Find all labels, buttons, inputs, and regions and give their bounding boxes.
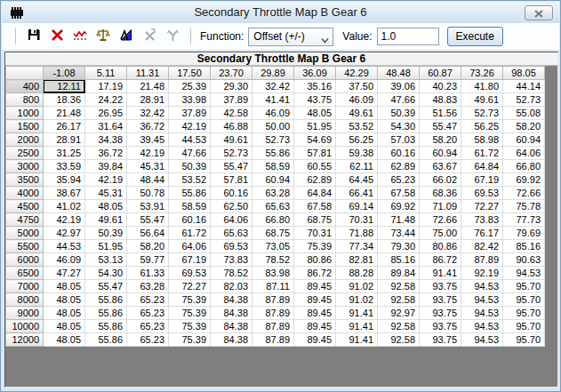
map-cell[interactable]: 44.53 xyxy=(169,133,211,147)
map-cell[interactable]: 66.41 xyxy=(336,187,378,200)
map-cell[interactable]: 55.86 xyxy=(85,307,127,320)
map-cell[interactable]: 51.95 xyxy=(85,240,127,253)
map-cell[interactable]: 48.05 xyxy=(44,307,85,320)
map-cell[interactable]: 86.72 xyxy=(420,253,461,267)
map-cell[interactable]: 56.64 xyxy=(127,227,169,240)
map-cell[interactable]: 71.09 xyxy=(420,200,461,213)
map-cell[interactable]: 32.42 xyxy=(252,80,294,93)
map-cell[interactable]: 47.66 xyxy=(169,147,211,160)
map-row-header[interactable]: 7000 xyxy=(6,280,44,293)
map-col-header[interactable]: -1.08 xyxy=(44,67,85,80)
map-row-header[interactable]: 3500 xyxy=(6,173,44,187)
map-cell[interactable]: 84.38 xyxy=(211,293,252,307)
map-cell[interactable]: 58.20 xyxy=(503,120,545,133)
map-cell[interactable]: 31.64 xyxy=(85,120,127,133)
map-cell[interactable]: 26.17 xyxy=(44,120,85,133)
map-row-header[interactable]: 800 xyxy=(6,93,44,107)
map-cell[interactable]: 65.23 xyxy=(378,173,420,187)
map-cell[interactable]: 92.58 xyxy=(378,293,420,307)
map-row-header[interactable]: 9000 xyxy=(6,307,44,320)
map-cell[interactable]: 52.73 xyxy=(252,133,294,147)
map-cell[interactable]: 95.70 xyxy=(503,333,545,347)
map-cell[interactable]: 55.86 xyxy=(169,187,211,200)
map-cell[interactable]: 86.72 xyxy=(294,267,336,280)
map-cell[interactable]: 26.95 xyxy=(85,107,127,120)
map-cell[interactable]: 87.89 xyxy=(252,333,294,347)
map-cell[interactable]: 77.73 xyxy=(503,213,545,227)
map-cell[interactable]: 60.94 xyxy=(503,133,545,147)
map-cell[interactable]: 46.09 xyxy=(252,107,294,120)
map-cell[interactable]: 60.16 xyxy=(211,187,252,200)
map-cell[interactable]: 54.30 xyxy=(378,120,420,133)
map-cell[interactable]: 58.98 xyxy=(461,133,503,147)
map-cell[interactable]: 67.58 xyxy=(378,187,420,200)
map-cell[interactable]: 51.95 xyxy=(294,120,336,133)
map-cell[interactable]: 49.61 xyxy=(336,107,378,120)
map-cell[interactable]: 61.72 xyxy=(461,147,503,160)
map-cell[interactable]: 50.00 xyxy=(252,120,294,133)
map-cell[interactable]: 64.06 xyxy=(211,213,252,227)
map-cell[interactable]: 44.14 xyxy=(503,80,545,93)
map-cell[interactable]: 91.02 xyxy=(336,280,378,293)
map-cell[interactable]: 33.59 xyxy=(44,160,85,173)
map-cell[interactable]: 53.52 xyxy=(169,173,211,187)
map-cell[interactable]: 62.89 xyxy=(294,173,336,187)
map-cell[interactable]: 89.84 xyxy=(378,267,420,280)
map-cell[interactable]: 75.00 xyxy=(420,227,461,240)
map-cell[interactable]: 48.05 xyxy=(44,320,85,333)
map-row-header[interactable]: 3000 xyxy=(6,160,44,173)
map-cell[interactable]: 92.19 xyxy=(461,267,503,280)
x-axis-button[interactable] xyxy=(140,27,159,46)
map-cell[interactable]: 46.88 xyxy=(211,120,252,133)
map-cell[interactable]: 51.56 xyxy=(420,107,461,120)
map-cell[interactable]: 29.30 xyxy=(211,80,252,93)
map-col-header[interactable]: 73.26 xyxy=(461,67,503,80)
map-cell[interactable]: 35.94 xyxy=(44,173,85,187)
map-cell[interactable]: 69.53 xyxy=(211,240,252,253)
map-row-header[interactable]: 1000 xyxy=(6,107,44,120)
map-cell[interactable]: 55.86 xyxy=(85,333,127,347)
map-cell[interactable]: 90.63 xyxy=(503,253,545,267)
map-cell[interactable]: 41.02 xyxy=(44,200,85,213)
map-cell[interactable]: 65.23 xyxy=(127,320,169,333)
map-cell[interactable]: 67.19 xyxy=(461,173,503,187)
map-row-header[interactable]: 8000 xyxy=(6,293,44,307)
map-cell[interactable]: 92.58 xyxy=(378,320,420,333)
map-row-header[interactable]: 400 xyxy=(6,80,44,93)
map-cell[interactable]: 46.09 xyxy=(336,93,378,107)
map-cell[interactable]: 55.47 xyxy=(420,120,461,133)
map-cell[interactable]: 68.36 xyxy=(420,187,461,200)
map-cell[interactable]: 42.19 xyxy=(44,213,85,227)
map-col-header[interactable]: 36.09 xyxy=(294,67,336,80)
map-cell[interactable]: 57.03 xyxy=(378,133,420,147)
map-cell[interactable]: 64.45 xyxy=(336,173,378,187)
map-cell[interactable]: 65.23 xyxy=(127,293,169,307)
map-cell[interactable]: 70.31 xyxy=(336,213,378,227)
map-cell[interactable]: 69.92 xyxy=(378,200,420,213)
map-cell[interactable]: 94.53 xyxy=(461,280,503,293)
map-cell[interactable]: 58.20 xyxy=(420,133,461,147)
map-cell[interactable]: 21.48 xyxy=(127,80,169,93)
map-cell[interactable]: 83.98 xyxy=(252,267,294,280)
map-cell[interactable]: 54.30 xyxy=(85,267,127,280)
map-cell[interactable]: 52.73 xyxy=(461,107,503,120)
map-col-header[interactable]: 42.29 xyxy=(336,67,378,80)
map-cell[interactable]: 62.50 xyxy=(211,200,252,213)
map-cell[interactable]: 85.16 xyxy=(378,253,420,267)
map-cell[interactable]: 71.88 xyxy=(336,227,378,240)
map-cell[interactable]: 48.83 xyxy=(420,93,461,107)
map-cell[interactable]: 71.48 xyxy=(378,213,420,227)
map-cell[interactable]: 94.53 xyxy=(461,320,503,333)
map-cell[interactable]: 75.39 xyxy=(294,240,336,253)
map-cell[interactable]: 24.22 xyxy=(85,93,127,107)
map-cell[interactable]: 75.39 xyxy=(169,320,211,333)
map-cell[interactable]: 48.44 xyxy=(127,173,169,187)
map-cell[interactable]: 53.91 xyxy=(127,200,169,213)
map-cell[interactable]: 87.89 xyxy=(252,307,294,320)
map-cell[interactable]: 95.70 xyxy=(503,293,545,307)
map-cell[interactable]: 73.44 xyxy=(378,227,420,240)
map-cell[interactable]: 62.89 xyxy=(378,160,420,173)
map-cell[interactable]: 34.38 xyxy=(85,133,127,147)
delete-button[interactable] xyxy=(47,27,67,46)
map-col-header[interactable]: 29.89 xyxy=(252,67,294,80)
